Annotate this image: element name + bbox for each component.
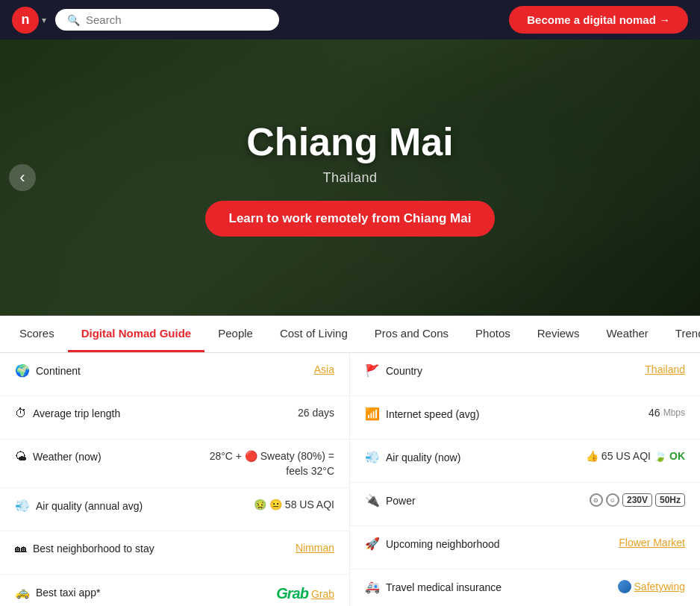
country-link[interactable]: Thailand	[645, 363, 685, 375]
travel-insurance-label: 🚑 Travel medical insurance	[365, 580, 618, 594]
country-row: 🚩 Country Thailand	[350, 353, 700, 396]
weather-value: 28°C + 🔴 Sweaty (80%) = feels 32°C	[210, 450, 334, 477]
voltage-badge: 230V	[622, 493, 652, 507]
logo[interactable]: n ▾	[12, 7, 46, 34]
ambulance-icon: 🚑	[365, 580, 380, 594]
tab-scores[interactable]: Scores	[6, 316, 68, 352]
best-taxi-value: Grab Grab	[276, 585, 334, 602]
become-nomad-button[interactable]: Become a digital nomad →	[509, 6, 688, 34]
upcoming-neighborhood-row: 🚀 Upcoming neighborhood Flower Market	[350, 526, 700, 569]
search-bar[interactable]: 🔍	[55, 9, 279, 31]
air-quality-now-label: 💨 Air quality (now)	[365, 450, 586, 464]
plug-type-b-icon: ☺	[606, 493, 619, 507]
best-neighborhood-value: Nimman	[296, 542, 334, 554]
tab-pros-and-cons[interactable]: Pros and Cons	[361, 316, 462, 352]
power-value: ⊙ ☺ 230V 50Hz	[590, 493, 685, 507]
hero-city-title: Chiang Mai	[246, 119, 453, 164]
safetywing-link[interactable]: Safetywing	[634, 581, 685, 593]
tab-cost-of-living[interactable]: Cost of Living	[266, 316, 361, 352]
logo-chevron-icon: ▾	[42, 15, 46, 25]
air-quality-now-value: 👍 65 US AQI 🍃 OK	[586, 450, 685, 462]
continent-value: Asia	[314, 363, 334, 375]
avg-trip-icon: ⏱	[15, 407, 27, 420]
power-icon: 🔌	[365, 493, 380, 507]
hero-section: ‹ Chiang Mai Thailand Learn to work remo…	[0, 40, 700, 316]
grab-logo: Grab	[276, 585, 308, 602]
travel-insurance-value: Safetywing	[618, 580, 685, 593]
air-quality-annual-icon: 💨	[15, 499, 30, 513]
frequency-badge: 50Hz	[655, 493, 685, 507]
continent-link[interactable]: Asia	[314, 363, 334, 375]
tab-weather[interactable]: Weather	[593, 316, 661, 352]
best-taxi-row: 🚕 Best taxi app* Grab Grab	[0, 575, 349, 606]
air-quality-annual-row: 💨 Air quality (annual avg) 🤢😐 58 US AQI	[0, 488, 349, 531]
air-quality-now-row: 💨 Air quality (now) 👍 65 US AQI 🍃 OK	[350, 440, 700, 483]
country-label: 🚩 Country	[365, 363, 645, 378]
tab-digital-nomad-guide[interactable]: Digital Nomad Guide	[68, 316, 205, 352]
power-label: 🔌 Power	[365, 493, 590, 507]
tab-reviews[interactable]: Reviews	[524, 316, 593, 352]
safetywing-logo-icon	[618, 580, 631, 593]
continent-row: 🌍 Continent Asia	[0, 353, 349, 396]
continent-icon: 🌍	[15, 363, 30, 378]
internet-icon: 📶	[365, 407, 380, 421]
tab-photos[interactable]: Photos	[462, 316, 524, 352]
country-value: Thailand	[645, 363, 685, 375]
header: n ▾ 🔍 Become a digital nomad →	[0, 0, 700, 40]
weather-label: 🌤 Weather (now)	[15, 450, 210, 463]
content-grid: 🌍 Continent Asia ⏱ Average trip length 2…	[0, 353, 700, 606]
continent-label: 🌍 Continent	[15, 363, 314, 378]
upcoming-neighborhood-value: Flower Market	[619, 537, 685, 549]
tab-nav: Scores Digital Nomad Guide People Cost o…	[0, 316, 700, 353]
flower-market-link[interactable]: Flower Market	[619, 537, 685, 549]
best-neighborhood-icon: 🏘	[15, 542, 27, 555]
flag-icon: 🚩	[365, 363, 380, 378]
best-taxi-label: 🚕 Best taxi app*	[15, 585, 276, 599]
avg-trip-label: ⏱ Average trip length	[15, 407, 298, 420]
left-column: 🌍 Continent Asia ⏱ Average trip length 2…	[0, 353, 350, 606]
search-input[interactable]	[86, 13, 267, 26]
hero-content: Chiang Mai Thailand Learn to work remote…	[205, 119, 496, 237]
air-now-icon: 💨	[365, 450, 380, 464]
search-icon: 🔍	[67, 14, 80, 26]
tab-people[interactable]: People	[204, 316, 266, 352]
internet-speed-value: 46 Mbps	[649, 407, 685, 419]
weather-row: 🌤 Weather (now) 28°C + 🔴 Sweaty (80%) = …	[0, 440, 349, 488]
air-quality-annual-label: 💨 Air quality (annual avg)	[15, 499, 254, 513]
internet-speed-label: 📶 Internet speed (avg)	[365, 407, 649, 421]
hero-learn-button[interactable]: Learn to work remotely from Chiang Mai	[205, 201, 496, 237]
grab-link[interactable]: Grab	[311, 588, 334, 600]
taxi-icon: 🚕	[15, 585, 30, 599]
avg-trip-value: 26 days	[298, 407, 334, 419]
tab-trends[interactable]: Trends	[662, 316, 700, 352]
upcoming-neighborhood-label: 🚀 Upcoming neighborhood	[365, 537, 619, 551]
right-column: 🚩 Country Thailand 📶 Internet speed (avg…	[350, 353, 700, 606]
best-neighborhood-label: 🏘 Best neighborhood to stay	[15, 542, 296, 555]
power-row: 🔌 Power ⊙ ☺ 230V 50Hz	[350, 483, 700, 526]
air-quality-annual-value: 🤢😐 58 US AQI	[254, 499, 334, 510]
plug-type-a-icon: ⊙	[590, 493, 603, 507]
logo-icon: n	[12, 7, 39, 34]
avg-trip-row: ⏱ Average trip length 26 days	[0, 396, 349, 440]
hero-country-subtitle: Thailand	[322, 170, 377, 186]
hero-prev-button[interactable]: ‹	[9, 164, 36, 191]
best-neighborhood-row: 🏘 Best neighborhood to stay Nimman	[0, 531, 349, 575]
internet-speed-row: 📶 Internet speed (avg) 46 Mbps	[350, 396, 700, 440]
rocket-icon: 🚀	[365, 537, 380, 551]
weather-icon: 🌤	[15, 450, 27, 463]
travel-insurance-row: 🚑 Travel medical insurance Safetywing	[350, 569, 700, 606]
ok-badge: OK	[669, 450, 685, 462]
nimman-link[interactable]: Nimman	[296, 542, 334, 554]
